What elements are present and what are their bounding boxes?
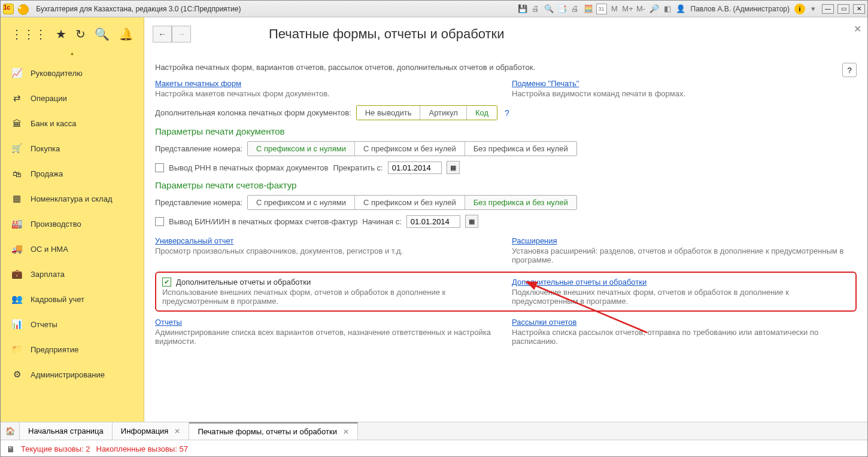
- tab-home[interactable]: Начальная страница: [20, 422, 113, 440]
- m-plus-icon[interactable]: M+: [623, 4, 633, 14]
- tab-print-forms[interactable]: Печатные формы, отчеты и обработки✕: [189, 422, 358, 440]
- sidebar-item-hr[interactable]: 👥Кадровый учет: [1, 287, 144, 312]
- link-print-submenu[interactable]: Подменю "Печать": [512, 79, 579, 88]
- tab-info[interactable]: Информация✕: [113, 422, 190, 440]
- sidebar-item-label: Банк и касса: [31, 119, 77, 128]
- compare-icon[interactable]: 📑: [557, 4, 567, 14]
- sidebar-item-os[interactable]: 🚚ОС и НМА: [1, 236, 144, 261]
- link-report-mailings[interactable]: Рассылки отчетов: [512, 318, 576, 327]
- titlebar: 1c ▾ Бухгалтерия для Казахстана, редакци…: [1, 1, 867, 17]
- opt-code[interactable]: Код: [467, 106, 497, 120]
- link-extensions[interactable]: Расширения: [512, 236, 557, 245]
- repr-segment-docs: С префиксом и с нулями С префиксом и без…: [247, 141, 577, 156]
- calc-icon[interactable]: 🧮: [583, 4, 594, 14]
- sidebar-item-salary[interactable]: 💼Зарплата: [1, 261, 144, 287]
- app-menu-dropdown[interactable]: ▾: [18, 4, 29, 15]
- repr-label: Представление номера:: [155, 144, 242, 153]
- opt-noprefix-nozeros[interactable]: Без префикса и без нулей: [465, 142, 576, 156]
- sidebar-item-label: Продажа: [31, 169, 63, 178]
- user-label[interactable]: Павлов А.В. (Администратор): [691, 5, 790, 13]
- date-stop-input[interactable]: [388, 162, 442, 174]
- preview-icon[interactable]: 🔍: [544, 4, 554, 14]
- sidebar-item-label: Производство: [31, 220, 81, 228]
- minimize-button[interactable]: —: [822, 4, 834, 14]
- bag-icon: 🛍: [11, 169, 22, 179]
- search-icon[interactable]: 🔍: [95, 27, 110, 41]
- content-area: Настройка печатных форм, вариантов отчет…: [144, 57, 867, 422]
- cart-icon: 🛒: [11, 143, 22, 154]
- history-icon[interactable]: ↻: [75, 27, 86, 41]
- sidebar-item-stock[interactable]: ▦Номенклатура и склад: [1, 186, 144, 211]
- help-question-icon[interactable]: ?: [505, 108, 509, 118]
- tabs-bar: 🏠 Начальная страница Информация✕ Печатны…: [1, 422, 867, 440]
- addon-reports-checkbox[interactable]: ✔: [162, 278, 171, 287]
- section-sf-header: Параметры печати счетов-фактур: [155, 180, 857, 190]
- extra-column-segment: Не выводить Артикул Код: [356, 105, 497, 120]
- status-bar: 🖥 Текущие вызовы: 2 Накопленные вызовы: …: [1, 440, 867, 457]
- info-icon[interactable]: i: [794, 4, 805, 14]
- window-title: Бухгалтерия для Казахстана, редакция 3.0…: [36, 5, 517, 13]
- bin-checkbox[interactable]: [155, 217, 164, 226]
- panel-icon[interactable]: ◧: [662, 4, 673, 14]
- sidebar-item-operations[interactable]: ⇄Операции: [1, 86, 144, 111]
- status-accumulated-calls: Накопленные вызовы: 57: [96, 444, 188, 453]
- sidebar-item-enterprise[interactable]: 📁Предприятие: [1, 337, 144, 362]
- link-universal-report[interactable]: Универсальный отчет: [155, 236, 233, 245]
- close-window-button[interactable]: ✕: [853, 4, 865, 14]
- link-print-layouts[interactable]: Макеты печатных форм: [155, 79, 241, 88]
- nav-back-button[interactable]: ←: [153, 26, 172, 42]
- save-icon[interactable]: 💾: [517, 4, 528, 14]
- notifications-icon[interactable]: 🔔: [119, 27, 133, 41]
- maximize-button[interactable]: ▭: [837, 4, 849, 14]
- print-icon[interactable]: 🖨: [530, 4, 541, 14]
- close-tab-icon[interactable]: ✕: [343, 428, 349, 436]
- opt-prefix-zeros-sf[interactable]: С префиксом и с нулями: [248, 196, 355, 209]
- sidebar-item-purchase[interactable]: 🛒Покупка: [1, 136, 144, 161]
- calendar-icon[interactable]: 31: [596, 4, 607, 14]
- link-addon-reports[interactable]: Дополнительные отчеты и обработки: [512, 278, 647, 287]
- rnn-checkbox[interactable]: [155, 163, 164, 172]
- collapse-sidebar-icon[interactable]: ▲: [1, 51, 144, 57]
- user-icon: 👤: [675, 4, 686, 14]
- nav-forward-button[interactable]: →: [172, 26, 191, 42]
- calendar-picker-icon-2[interactable]: ▦: [465, 215, 478, 228]
- desc-print-layouts: Настройка макетов печатных форм документ…: [155, 89, 500, 98]
- opt-noprefix-nozeros-sf[interactable]: Без префикса и без нулей: [465, 196, 576, 209]
- topstrip: ⋮⋮⋮ ★ ↻ 🔍 🔔 ← → Печатные формы, отчеты и…: [1, 17, 867, 51]
- opt-article[interactable]: Артикул: [420, 106, 466, 120]
- about-dropdown-icon[interactable]: ▾: [808, 4, 818, 14]
- link-reports[interactable]: Отчеты: [155, 318, 182, 327]
- sidebar-item-manager[interactable]: 📈Руководителю: [1, 60, 144, 86]
- favorites-icon[interactable]: ★: [56, 27, 66, 41]
- print2-icon[interactable]: 🖨: [570, 4, 581, 14]
- zoom-icon[interactable]: 🔎: [649, 4, 660, 14]
- close-tab-icon[interactable]: ✕: [174, 427, 180, 435]
- grid-icon: ▦: [11, 193, 22, 204]
- calendar-picker-icon[interactable]: ▦: [447, 161, 460, 174]
- sidebar-item-bank[interactable]: 🏛Банк и касса: [1, 111, 144, 136]
- date-start-input[interactable]: [406, 215, 460, 228]
- sidebar-item-admin[interactable]: ⚙Администрирование: [1, 362, 144, 387]
- sidebar-item-production[interactable]: 🏭Производство: [1, 211, 144, 236]
- m-minus-icon[interactable]: M-: [636, 4, 647, 14]
- status-current-calls: Текущие вызовы: 2: [21, 444, 90, 453]
- m-icon[interactable]: M: [609, 4, 620, 14]
- opt-prefix-nozeros-sf[interactable]: С префиксом и без нулей: [355, 196, 465, 209]
- opt-prefix-zeros[interactable]: С префиксом и с нулями: [248, 142, 355, 156]
- apps-icon[interactable]: ⋮⋮⋮: [11, 27, 47, 41]
- help-button[interactable]: ?: [842, 63, 857, 77]
- sidebar-item-reports[interactable]: 📊Отчеты: [1, 312, 144, 337]
- close-page-button[interactable]: ✕: [854, 23, 861, 35]
- tab-label: Печатные формы, отчеты и обработки: [198, 427, 337, 436]
- extra-column-label: Дополнительная колонка печатных форм док…: [155, 108, 351, 117]
- opt-prefix-nozeros[interactable]: С префиксом и без нулей: [355, 142, 465, 156]
- sidebar-item-label: Номенклатура и склад: [31, 194, 112, 203]
- opt-no-output[interactable]: Не выводить: [357, 106, 421, 120]
- highlight-box: ✔ Дополнительные отчеты и обработки Испо…: [155, 272, 857, 312]
- sidebar: 📈Руководителю ⇄Операции 🏛Банк и касса 🛒П…: [1, 57, 144, 422]
- home-tab-icon[interactable]: 🏠: [1, 422, 20, 440]
- repr-label-sf: Представление номера:: [155, 198, 242, 207]
- sidebar-item-sale[interactable]: 🛍Продажа: [1, 161, 144, 186]
- repr-segment-sf: С префиксом и с нулями С префиксом и без…: [247, 195, 577, 210]
- truck-icon: 🚚: [11, 243, 22, 254]
